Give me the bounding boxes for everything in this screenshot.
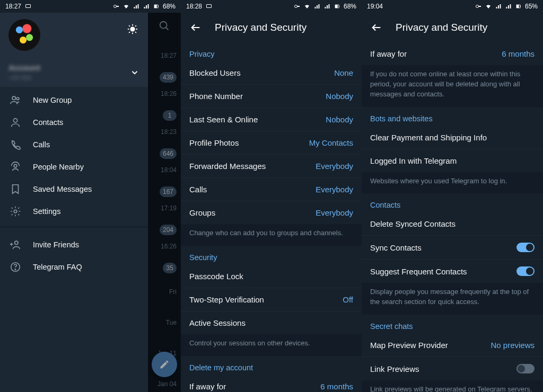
- drawer-item-label: Contacts: [33, 118, 63, 127]
- row-value: 6 months: [502, 49, 535, 58]
- account-expand-button[interactable]: [130, 68, 139, 77]
- svg-line-13: [129, 32, 130, 33]
- row-forwarded-messages[interactable]: Forwarded MessagesEverybody: [181, 155, 362, 178]
- app-bar: Privacy and Security: [181, 13, 362, 42]
- svg-rect-32: [339, 6, 339, 7]
- chat-row[interactable]: Fri: [148, 279, 181, 309]
- chat-day: Tue: [166, 319, 177, 326]
- svg-point-16: [16, 97, 19, 100]
- chat-time: 18:27: [161, 52, 177, 59]
- search-icon: [159, 20, 170, 32]
- row-label: Profile Photos: [189, 138, 239, 147]
- drawer-item-saved-messages[interactable]: Saved Messages: [0, 178, 148, 200]
- row-sync-contacts[interactable]: Sync Contacts: [362, 236, 543, 260]
- row-delete-synced-contacts[interactable]: Delete Synced Contacts: [362, 212, 543, 236]
- row-two-step-verification[interactable]: Two-Step VerificationOff: [181, 288, 362, 311]
- chat-row[interactable]: Tue: [148, 309, 181, 340]
- row-value: Nobody: [326, 92, 353, 101]
- row-label: Link Previews: [370, 364, 419, 373]
- sun-icon: [127, 23, 138, 35]
- security-hint: Control your sessions on other devices.: [181, 334, 362, 356]
- drawer-item-contacts[interactable]: Contacts: [0, 111, 148, 133]
- svg-point-28: [294, 5, 297, 8]
- row-label: Two-Step Verification: [189, 295, 264, 304]
- row-label: Clear Payment and Shipping Info: [370, 133, 487, 142]
- drawer-item-people-nearby[interactable]: People Nearby: [0, 156, 148, 178]
- svg-point-1: [113, 5, 116, 8]
- row-blocked-users[interactable]: Blocked UsersNone: [181, 61, 362, 85]
- row-value: No previews: [491, 341, 535, 350]
- cast-icon: [205, 3, 213, 10]
- row-map-preview-provider[interactable]: Map Preview ProviderNo previews: [362, 334, 543, 357]
- row-passcode-lock[interactable]: Passcode Lock: [181, 265, 362, 288]
- drawer-item-telegram-faq[interactable]: Telegram FAQ: [0, 256, 148, 278]
- row-label: Passcode Lock: [189, 272, 243, 281]
- row-if-away-for[interactable]: If away for 6 months: [181, 375, 362, 392]
- person-icon: [10, 117, 21, 128]
- row-groups[interactable]: GroupsEverybody: [181, 201, 362, 224]
- account-phone: +00 000: [8, 74, 32, 82]
- compose-fab[interactable]: [152, 352, 177, 377]
- chat-day: Jan 04: [157, 380, 177, 388]
- theme-toggle-button[interactable]: [126, 22, 139, 36]
- back-button[interactable]: [370, 21, 383, 34]
- svg-rect-5: [158, 6, 159, 7]
- row-last-seen-online[interactable]: Last Seen & OnlineNobody: [181, 108, 362, 131]
- drawer-item-label: Telegram FAQ: [33, 263, 82, 271]
- page-title: Privacy and Security: [396, 22, 487, 33]
- svg-rect-4: [154, 5, 157, 8]
- chat-row[interactable]: 17:19204: [148, 202, 181, 240]
- chevron-down-icon: [130, 68, 139, 77]
- section-header-contacts: Contacts: [362, 193, 543, 212]
- row-label: Active Sessions: [189, 318, 246, 327]
- drawer-item-label: Settings: [33, 207, 60, 216]
- row-suggest-frequent-contacts[interactable]: Suggest Frequent Contacts: [362, 260, 543, 283]
- drawer-item-calls[interactable]: Calls: [0, 133, 148, 156]
- chat-row[interactable]: 18:23646: [148, 126, 181, 164]
- svg-rect-29: [297, 6, 300, 7]
- row-value: Everybody: [316, 208, 353, 217]
- battery-icon: [515, 3, 522, 10]
- svg-rect-0: [26, 5, 31, 8]
- row-if-away-for[interactable]: If away for 6 months: [362, 42, 543, 65]
- row-link-previews[interactable]: Link Previews: [362, 357, 543, 380]
- signal-icon-2: [323, 3, 331, 10]
- unread-badge: 204: [160, 225, 177, 235]
- row-clear-payment-and-shipping-info[interactable]: Clear Payment and Shipping Info: [362, 126, 543, 149]
- row-phone-number[interactable]: Phone NumberNobody: [181, 85, 362, 108]
- away-hint: If you do not come online at least once …: [362, 65, 543, 107]
- toggle-switch[interactable]: [516, 243, 535, 252]
- section-header-bots: Bots and websites: [362, 107, 543, 126]
- back-button[interactable]: [189, 21, 202, 34]
- wifi-icon: [122, 3, 130, 10]
- row-profile-photos[interactable]: Profile PhotosMy Contacts: [181, 131, 362, 155]
- drawer-item-settings[interactable]: Settings: [0, 200, 148, 222]
- svg-rect-2: [116, 6, 119, 7]
- row-label: If away for: [370, 49, 407, 58]
- row-value: Everybody: [316, 162, 353, 171]
- avatar[interactable]: [8, 19, 40, 51]
- toggle-switch[interactable]: [516, 266, 535, 276]
- help-icon: [10, 261, 21, 273]
- row-value: Off: [343, 295, 353, 304]
- row-active-sessions[interactable]: Active Sessions: [181, 311, 362, 334]
- chat-row[interactable]: 18:27439: [148, 50, 181, 88]
- arrow-left-icon: [371, 22, 382, 33]
- chat-row[interactable]: 18:04167: [148, 164, 181, 202]
- phone-icon: [10, 139, 21, 150]
- drawer-item-label: Invite Friends: [33, 240, 79, 249]
- chat-row[interactable]: 16:2635: [148, 240, 181, 279]
- toggle-switch[interactable]: [516, 364, 535, 373]
- chat-row[interactable]: 18:261: [148, 88, 181, 126]
- search-button[interactable]: [159, 20, 170, 32]
- row-calls[interactable]: CallsEverybody: [181, 178, 362, 201]
- row-label: Logged In with Telegram: [370, 156, 457, 165]
- row-logged-in-with-telegram[interactable]: Logged In with Telegram: [362, 149, 543, 172]
- signal-icon-2: [143, 3, 150, 10]
- vpn-icon: [475, 3, 482, 10]
- svg-line-12: [135, 32, 136, 33]
- drawer-item-new-group[interactable]: New Group: [0, 89, 148, 111]
- drawer-item-invite-friends[interactable]: Invite Friends: [0, 234, 148, 256]
- row-label: Blocked Users: [189, 68, 241, 77]
- wifi-icon: [485, 3, 492, 10]
